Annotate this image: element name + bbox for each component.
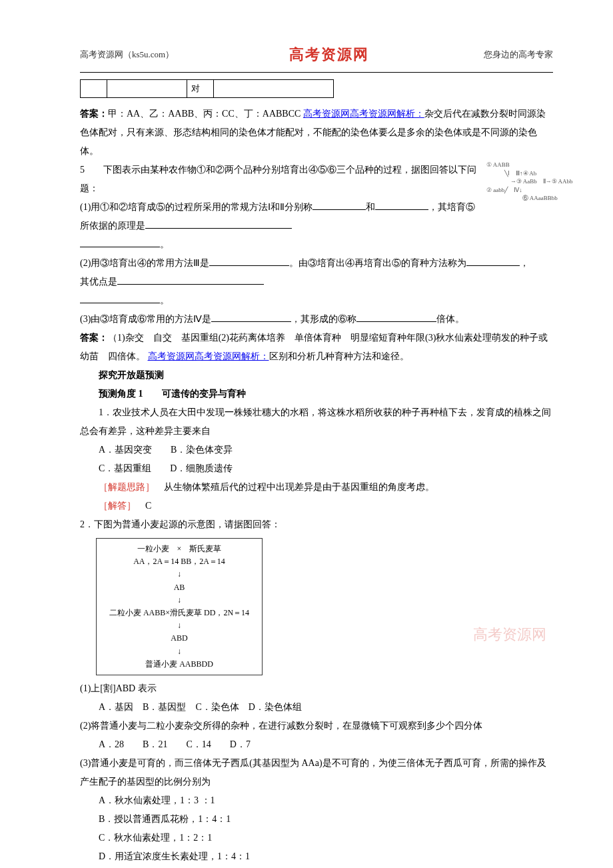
arrow-down-icon: ↓ <box>102 594 257 607</box>
blank-field[interactable] <box>209 254 289 266</box>
arrow-down-icon: ↓ <box>102 645 257 658</box>
q1-options-ab: A．基因突变 B．染色体变异 <box>80 441 553 459</box>
section-heading: 探究开放题预测 <box>80 366 553 385</box>
section-subheading: 预测角度 1 可遗传的变异与育种 <box>80 385 553 403</box>
question-5-intro: 5 下图表示由某种农作物①和②两个品种分别培育出④⑤⑥三个品种的过程，据图回答以… <box>80 161 553 198</box>
question-5-2: (2)用③培育出④的常用方法Ⅲ是。由③培育出④再培育出⑤的育种方法称为， <box>80 254 553 273</box>
text: 其优点是 <box>80 277 117 287</box>
q2-part3: (3)普通小麦是可育的，而三倍体无子西瓜(其基因型为 AAa)是不可育的，为使三… <box>80 754 553 791</box>
answer-paragraph-2: 答案：（1)杂交 自交 基因重组(2)花药离体培养 单倍体育种 明显缩短育种年限… <box>80 329 553 366</box>
diagram-line: 普通小麦 AABBDD <box>102 658 257 671</box>
blank-field[interactable] <box>375 198 428 210</box>
diagram-line: AA，2A＝14 BB，2A＝14 <box>102 555 257 568</box>
blank-field[interactable] <box>117 273 264 285</box>
text: 。 <box>160 295 169 305</box>
small-table: 对 <box>80 79 553 98</box>
text: 。 <box>160 239 169 249</box>
text: (3)由③培育成⑥常用的方法Ⅳ是 <box>80 314 211 324</box>
blank-field[interactable] <box>356 310 436 322</box>
q2-option-a: A．秋水仙素处理，1：3 ：1 <box>80 791 553 810</box>
diagram-label: Ⅳ <box>514 187 519 193</box>
question-5-3: (3)由③培育成⑥常用的方法Ⅳ是，其形成的⑥称倍体。 <box>80 310 553 329</box>
diagram-label: Ⅲ <box>516 170 520 177</box>
blank-field[interactable] <box>312 198 366 210</box>
blank-field[interactable] <box>80 291 160 303</box>
blank-field[interactable] <box>466 254 520 266</box>
text: (1)用①和②培育成⑤的过程所采用的常规方法Ⅰ和Ⅱ分别称 <box>80 202 312 212</box>
tip-label: ［解题思路］ <box>99 482 155 492</box>
text: 。由③培育出④再培育出⑤的育种方法称为 <box>289 258 466 268</box>
q2-part1-options: A．基因 B．基因型 C．染色体 D．染色体组 <box>80 698 553 717</box>
breeding-diagram: ① AABB ╲Ⅰ Ⅲ↑④ Ab →③ AaBb Ⅱ→⑤ AAbb ② aabb… <box>486 161 600 203</box>
q2-option-c: C．秋水仙素处理，1：2：1 <box>80 829 553 847</box>
question-5-1: (1)用①和②培育成⑤的过程所采用的常规方法Ⅰ和Ⅱ分别称和，其培育⑤ <box>80 198 553 217</box>
table-cell <box>107 80 187 98</box>
diagram-label: ⑤ AAbb <box>552 178 573 185</box>
q1-options-cd: C．基因重组 D．细胞质遗传 <box>80 459 553 478</box>
q2-stem: 2．下图为普通小麦起源的示意图，请据图回答： <box>80 515 553 534</box>
text: ，其培育⑤ <box>428 202 475 212</box>
q1-stem: 1．农业技术人员在大田中发现一株矮壮穗大的水稻，将这株水稻所收获的种子再种植下去… <box>80 403 553 441</box>
diagram-label: Ⅱ <box>543 178 546 185</box>
diagram-label: ⑥ AAaaBBbb <box>522 195 558 201</box>
answer-label: 答案： <box>80 109 108 119</box>
text: ，其形成的⑥称 <box>291 314 356 324</box>
answer-paragraph: 答案：甲：AA、乙：AABB、丙：CC、丁：AABBCC 高考资源网高考资源网解… <box>80 105 553 161</box>
blank-field[interactable] <box>145 217 292 229</box>
text: (2)用③培育出④的常用方法Ⅲ是 <box>80 258 209 268</box>
diagram-label: ① AABB <box>486 161 510 168</box>
arrow-down-icon: ↓ <box>102 619 257 632</box>
question-5-1b: 所依据的原理是 <box>80 217 553 235</box>
text: 从生物体繁殖后代的过程中出现差异是由于基因重组的角度考虑。 <box>164 482 434 492</box>
blank-field[interactable] <box>211 310 291 322</box>
blank-field[interactable] <box>80 235 160 247</box>
diagram-line: 二粒小麦 AABB×滑氏麦草 DD，2N＝14 <box>102 607 257 619</box>
page-header: 高考资源网（ks5u.com） 高考资源网 您身边的高考专家 <box>80 40 553 73</box>
text: C <box>145 501 151 511</box>
q1-answer: ［解答］ C <box>80 497 553 515</box>
text: 和 <box>366 202 375 212</box>
q2-part1: (1)上[割]ABD 表示 <box>80 679 553 698</box>
header-title: 高考资源网 <box>289 40 369 69</box>
analysis-link[interactable]: 高考资源网高考资源网解析： <box>303 109 424 119</box>
table-cell <box>214 80 334 98</box>
q2-option-b: B．授以普通西瓜花粉，1：4：1 <box>80 810 553 829</box>
answer-label: 答案： <box>80 333 108 343</box>
diagram-label: Ⅰ <box>508 170 510 177</box>
table-cell: 对 <box>187 80 214 98</box>
answer-text: 甲：AA、乙：AABB、丙：CC、丁：AABBCC <box>108 109 303 119</box>
diagram-line: ABD <box>102 632 257 645</box>
q2-option-d: D．用适宜浓度生长素处理，1：4：1 <box>80 847 553 866</box>
watermark: 高考资源网 <box>473 620 546 649</box>
q1-tip: ［解题思路］ 从生物体繁殖后代的过程中出现差异是由于基因重组的角度考虑。 <box>80 478 553 497</box>
header-right: 您身边的高考专家 <box>484 46 553 63</box>
analysis-link[interactable]: 高考资源网高考资源网解析： <box>148 351 269 361</box>
text: 倍体。 <box>436 314 464 324</box>
answer-label: ［解答］ <box>99 501 136 511</box>
diagram-line: 一粒小麦 × 斯氏麦草 <box>102 543 257 555</box>
header-left: 高考资源网（ks5u.com） <box>80 46 174 63</box>
diagram-label: ④ Ab <box>523 170 537 177</box>
diagram-label: ② aabb <box>486 187 504 193</box>
q2-part2-options: A．28 B．21 C．14 D．7 <box>80 735 553 754</box>
text: 所依据的原理是 <box>80 221 145 231</box>
diagram-line: AB <box>102 581 257 594</box>
text: ， <box>520 258 529 268</box>
table-cell <box>81 80 107 98</box>
diagram-label: ③ AaBb <box>516 178 537 185</box>
q2-part2: (2)将普通小麦与二粒小麦杂交所得的杂种，在进行减数分裂时，在显微镜下可观察到多… <box>80 717 553 735</box>
wheat-origin-diagram: 一粒小麦 × 斯氏麦草 AA，2A＝14 BB，2A＝14 ↓ AB ↓ 二粒小… <box>96 538 263 675</box>
answer-text: 区别和分析几种育种方法和途径。 <box>269 351 409 361</box>
arrow-down-icon: ↓ <box>102 568 257 581</box>
